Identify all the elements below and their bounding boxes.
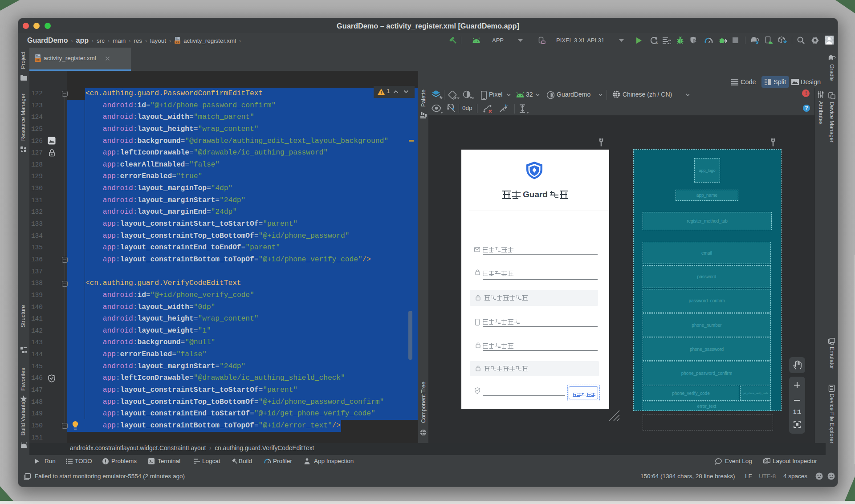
svg-text:A: A [656, 41, 658, 45]
svg-text:<>: <> [176, 41, 179, 44]
svg-text:<>: <> [36, 58, 40, 62]
